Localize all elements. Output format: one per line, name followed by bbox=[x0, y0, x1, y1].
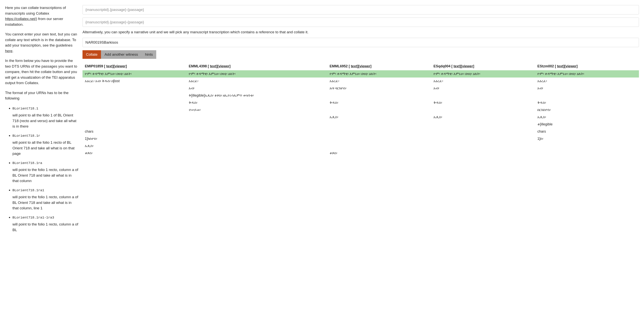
intro-p1: Here you can collate transcriptions of m… bbox=[5, 5, 78, 27]
table-header-row: EMIP01859 [ text][viewer]EMML4398 [ text… bbox=[82, 62, 639, 70]
table-cell bbox=[431, 142, 535, 150]
witness-id: EMIP01859 [ bbox=[85, 64, 106, 68]
table-cell: አዕረፈ፡ አብ፡ ቅዱስ፡ በ[lost bbox=[82, 78, 186, 85]
table-cell: ቆጶስ፡ bbox=[327, 150, 431, 157]
urn-desc: will point to all the folio 1 of BL Orie… bbox=[12, 113, 78, 129]
table-cell bbox=[186, 150, 327, 157]
urn-desc: will point to the folio 1 recto, column … bbox=[12, 222, 78, 233]
urn-code: BLorient718.1ra bbox=[12, 161, 42, 165]
table-cell bbox=[535, 150, 639, 157]
viewer-link[interactable]: viewer bbox=[566, 64, 576, 68]
viewer-link[interactable]: viewer bbox=[115, 64, 126, 68]
table-cell: ዮም፡ ቀዳማዊ፡ እምኔሁ፡ በዛቲ፡ ዕለት፡ bbox=[535, 70, 639, 78]
viewer-link[interactable]: viewer bbox=[218, 64, 230, 68]
table-cell: ዮም፡ ቀዳማዊ፡ እምኔሁ፡ በዛቲ፡ ዕለት፡ bbox=[82, 70, 186, 78]
table-cell bbox=[431, 92, 535, 99]
table-header: ESqdq004 [ text][viewer] bbox=[431, 62, 535, 70]
table-header: EMIP01859 [ text][viewer] bbox=[82, 62, 186, 70]
table-row: አብ፡አባ፡ ባርክዮስ፡አብ፡አብ፡ bbox=[82, 85, 639, 92]
table-cell: ቅዱስ፡ bbox=[431, 99, 535, 106]
table-cell: ዮም፡ ቀዳማዊ፡ እምኔሁ፡ በዛቲ፡ ዕለት፡ bbox=[431, 70, 535, 78]
text-link[interactable]: text bbox=[454, 64, 460, 68]
table-cell: 1]ክስዮስ፡ bbox=[82, 135, 186, 142]
urn-examples-list: BLorient718.1 will point to all the foli… bbox=[5, 106, 78, 233]
table-cell bbox=[186, 128, 327, 135]
sidebar-instructions: Here you can collate transcriptions of m… bbox=[5, 5, 78, 236]
table-cell: ተሠይመ፡ bbox=[186, 106, 327, 114]
table-cell bbox=[186, 135, 327, 142]
table-cell bbox=[535, 92, 639, 99]
table-cell bbox=[327, 142, 431, 150]
urn-example: BLorient718.1 will point to all the foli… bbox=[12, 106, 78, 129]
table-row: ዮም፡ ቀዳማዊ፡ እምኔሁ፡ በዛቲ፡ ዕለት፡ዮም፡ ቀዳማዊ፡ እምኔሁ፡… bbox=[82, 70, 639, 78]
intro-p2-pre: You cannot enter your own text, but you … bbox=[5, 32, 77, 47]
witness-id: ESqdq004 [ bbox=[434, 64, 454, 68]
viewer-link[interactable]: viewer bbox=[359, 64, 370, 68]
table-cell: chars bbox=[535, 128, 639, 135]
table-cell: ዮም፡ ቀዳማዊ፡ እምኔሁ፡ በዛቲ፡ ዕለት፡ bbox=[186, 70, 327, 78]
urn-desc: will point to all the folio 1 recto of B… bbox=[12, 140, 78, 157]
table-cell bbox=[186, 121, 327, 128]
table-cell: ኤጲስ፡ bbox=[431, 114, 535, 121]
urn-example: BLorient718.1r will point to all the fol… bbox=[12, 133, 78, 157]
table-cell bbox=[431, 128, 535, 135]
text-link[interactable]: text bbox=[106, 64, 112, 68]
witness-id: EMML4398 [ bbox=[189, 64, 210, 68]
table-cell: ቅ[illegible]ኤጲስ፡ ቆጶስ፡ ዘኢየሩሳሌም፨ ወዝንቱ፡ bbox=[186, 92, 327, 99]
table-row: ቆጶስ፡ቆጶስ፡ bbox=[82, 150, 639, 157]
table-row: አዕረፈ፡ አብ፡ ቅዱስ፡ በ[lostአዕረፈ፡አዕረፈ፡አዕረፈ፡አዕረፈ… bbox=[82, 78, 639, 85]
collate-button[interactable]: Collate bbox=[82, 50, 101, 59]
text-link[interactable]: text bbox=[557, 64, 563, 68]
text-link[interactable]: text bbox=[210, 64, 216, 68]
urn-code: BLorient718.1ra1-1ra3 bbox=[12, 216, 54, 219]
table-cell: አዕረፈ፡ bbox=[535, 78, 639, 85]
table-cell: አዕረፈ፡ bbox=[327, 78, 431, 85]
table-cell: አዕረፈ፡ bbox=[186, 78, 327, 85]
witness-input-1[interactable] bbox=[82, 5, 639, 15]
narrative-unit-input[interactable] bbox=[82, 38, 639, 47]
table-cell bbox=[327, 135, 431, 142]
table-cell bbox=[431, 121, 535, 128]
table-cell: አባ፡ ባርክዮስ፡ bbox=[327, 85, 431, 92]
table-row: ኤጲስ፡ bbox=[82, 142, 639, 150]
add-witness-button[interactable]: Add another witness bbox=[101, 50, 142, 59]
intro-p3: In the form below you have to provide th… bbox=[5, 58, 78, 86]
witness-input-2[interactable] bbox=[82, 18, 639, 27]
urn-desc: will point to the folio 1 recto, column … bbox=[12, 194, 78, 211]
text-link[interactable]: text bbox=[351, 64, 357, 68]
table-cell: ቆ[illegible bbox=[535, 121, 639, 128]
table-header: EMML4398 [ text][viewer] bbox=[186, 62, 327, 70]
intro-p2-post: . bbox=[12, 49, 14, 53]
table-row: ቅዱስ፡ቅዱስ፡ቅዱስ፡ቅዱስ፡ bbox=[82, 99, 639, 106]
urn-code: BLorient718.1r bbox=[12, 134, 40, 138]
viewer-link[interactable]: viewer bbox=[462, 64, 473, 68]
table-cell: አዕረፈ፡ bbox=[431, 78, 535, 85]
table-cell: በርክስዮስ፡ bbox=[535, 106, 639, 114]
table-cell: ቅዱስ፡ bbox=[327, 99, 431, 106]
table-row: ተሠይመ፡በርክስዮስ፡ bbox=[82, 106, 639, 114]
urn-example: BLorient718.1ra1 will point to the folio… bbox=[12, 187, 78, 211]
collatex-link[interactable]: https://collatex.net/ bbox=[5, 17, 36, 21]
hints-button[interactable]: hints bbox=[142, 50, 156, 59]
table-cell bbox=[327, 106, 431, 114]
table-cell: ቅዱስ፡ bbox=[535, 99, 639, 106]
table-cell: አብ፡ bbox=[186, 85, 327, 92]
alt-instruction: Alternatively, you can specify a narrati… bbox=[82, 30, 639, 34]
intro-p4: The format of your URNs has to be the fo… bbox=[5, 90, 78, 101]
table-cell bbox=[327, 128, 431, 135]
guidelines-link[interactable]: here bbox=[5, 49, 12, 53]
table-cell bbox=[431, 150, 535, 157]
table-cell bbox=[82, 121, 186, 128]
table-cell bbox=[327, 92, 431, 99]
table-cell: ቆጶስ፡ bbox=[82, 150, 186, 157]
table-cell: ኤጲስ፡ bbox=[82, 142, 186, 150]
table-cell bbox=[431, 106, 535, 114]
table-cell bbox=[82, 106, 186, 114]
collation-table: EMIP01859 [ text][viewer]EMML4398 [ text… bbox=[82, 62, 639, 157]
urn-example: BLorient718.1ra will point to the folio … bbox=[12, 160, 78, 184]
table-cell bbox=[82, 99, 186, 106]
table-row: ኤጲስ፡ኤጲስ፡ኤጲስ፡ bbox=[82, 114, 639, 121]
table-cell bbox=[82, 85, 186, 92]
table-cell bbox=[82, 92, 186, 99]
urn-example: BLorient718.1ra1-1ra3 will point to the … bbox=[12, 215, 78, 233]
